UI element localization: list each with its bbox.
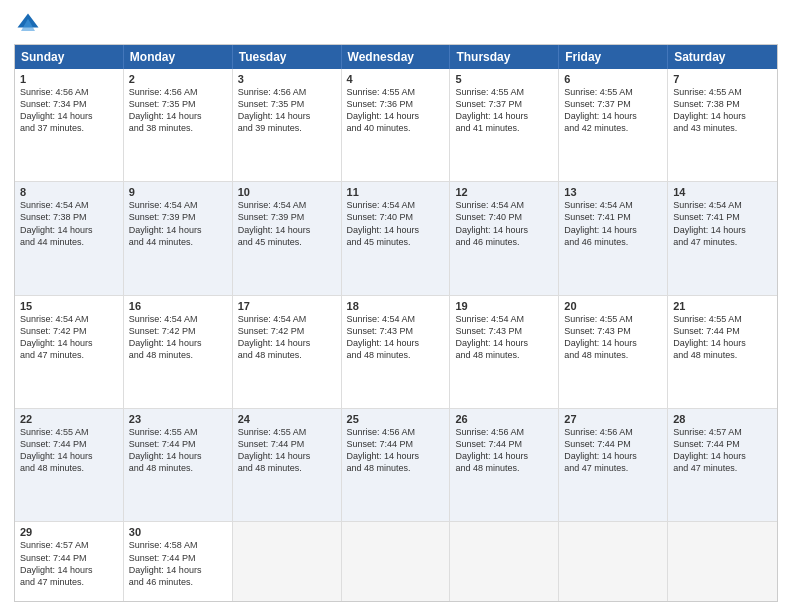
day-number: 19 (455, 300, 553, 312)
cell-info: Sunrise: 4:54 AMSunset: 7:42 PMDaylight:… (129, 313, 227, 362)
calendar-cell-1-5: 13Sunrise: 4:54 AMSunset: 7:41 PMDayligh… (559, 182, 668, 294)
day-number: 21 (673, 300, 772, 312)
cell-info: Sunrise: 4:55 AMSunset: 7:37 PMDaylight:… (564, 86, 662, 135)
calendar-cell-0-2: 3Sunrise: 4:56 AMSunset: 7:35 PMDaylight… (233, 69, 342, 181)
calendar-row-2: 15Sunrise: 4:54 AMSunset: 7:42 PMDayligh… (15, 296, 777, 409)
calendar-cell-0-4: 5Sunrise: 4:55 AMSunset: 7:37 PMDaylight… (450, 69, 559, 181)
calendar-cell-1-3: 11Sunrise: 4:54 AMSunset: 7:40 PMDayligh… (342, 182, 451, 294)
day-number: 23 (129, 413, 227, 425)
day-number: 20 (564, 300, 662, 312)
calendar-cell-3-5: 27Sunrise: 4:56 AMSunset: 7:44 PMDayligh… (559, 409, 668, 521)
day-number: 10 (238, 186, 336, 198)
calendar-cell-3-1: 23Sunrise: 4:55 AMSunset: 7:44 PMDayligh… (124, 409, 233, 521)
cell-info: Sunrise: 4:58 AMSunset: 7:44 PMDaylight:… (129, 539, 227, 588)
day-number: 6 (564, 73, 662, 85)
day-number: 24 (238, 413, 336, 425)
page: SundayMondayTuesdayWednesdayThursdayFrid… (0, 0, 792, 612)
calendar: SundayMondayTuesdayWednesdayThursdayFrid… (14, 44, 778, 602)
calendar-cell-3-6: 28Sunrise: 4:57 AMSunset: 7:44 PMDayligh… (668, 409, 777, 521)
cell-info: Sunrise: 4:54 AMSunset: 7:40 PMDaylight:… (455, 199, 553, 248)
calendar-cell-0-6: 7Sunrise: 4:55 AMSunset: 7:38 PMDaylight… (668, 69, 777, 181)
cell-info: Sunrise: 4:55 AMSunset: 7:44 PMDaylight:… (238, 426, 336, 475)
day-number: 28 (673, 413, 772, 425)
calendar-cell-3-2: 24Sunrise: 4:55 AMSunset: 7:44 PMDayligh… (233, 409, 342, 521)
cell-info: Sunrise: 4:54 AMSunset: 7:39 PMDaylight:… (238, 199, 336, 248)
day-number: 15 (20, 300, 118, 312)
calendar-cell-1-6: 14Sunrise: 4:54 AMSunset: 7:41 PMDayligh… (668, 182, 777, 294)
day-number: 29 (20, 526, 118, 538)
cell-info: Sunrise: 4:54 AMSunset: 7:42 PMDaylight:… (238, 313, 336, 362)
cell-info: Sunrise: 4:54 AMSunset: 7:42 PMDaylight:… (20, 313, 118, 362)
calendar-row-4: 29Sunrise: 4:57 AMSunset: 7:44 PMDayligh… (15, 522, 777, 601)
cell-info: Sunrise: 4:54 AMSunset: 7:38 PMDaylight:… (20, 199, 118, 248)
cell-info: Sunrise: 4:54 AMSunset: 7:41 PMDaylight:… (564, 199, 662, 248)
cell-info: Sunrise: 4:57 AMSunset: 7:44 PMDaylight:… (20, 539, 118, 588)
header (14, 10, 778, 38)
day-number: 9 (129, 186, 227, 198)
calendar-cell-2-0: 15Sunrise: 4:54 AMSunset: 7:42 PMDayligh… (15, 296, 124, 408)
day-number: 22 (20, 413, 118, 425)
calendar-cell-2-5: 20Sunrise: 4:55 AMSunset: 7:43 PMDayligh… (559, 296, 668, 408)
cell-info: Sunrise: 4:54 AMSunset: 7:41 PMDaylight:… (673, 199, 772, 248)
day-number: 11 (347, 186, 445, 198)
calendar-cell-4-1: 30Sunrise: 4:58 AMSunset: 7:44 PMDayligh… (124, 522, 233, 601)
calendar-cell-4-6 (668, 522, 777, 601)
header-cell-monday: Monday (124, 45, 233, 69)
header-cell-thursday: Thursday (450, 45, 559, 69)
cell-info: Sunrise: 4:54 AMSunset: 7:40 PMDaylight:… (347, 199, 445, 248)
header-cell-sunday: Sunday (15, 45, 124, 69)
cell-info: Sunrise: 4:54 AMSunset: 7:43 PMDaylight:… (455, 313, 553, 362)
day-number: 5 (455, 73, 553, 85)
calendar-cell-2-2: 17Sunrise: 4:54 AMSunset: 7:42 PMDayligh… (233, 296, 342, 408)
calendar-cell-3-3: 25Sunrise: 4:56 AMSunset: 7:44 PMDayligh… (342, 409, 451, 521)
header-cell-tuesday: Tuesday (233, 45, 342, 69)
calendar-cell-0-5: 6Sunrise: 4:55 AMSunset: 7:37 PMDaylight… (559, 69, 668, 181)
calendar-cell-0-3: 4Sunrise: 4:55 AMSunset: 7:36 PMDaylight… (342, 69, 451, 181)
day-number: 14 (673, 186, 772, 198)
day-number: 17 (238, 300, 336, 312)
calendar-cell-1-4: 12Sunrise: 4:54 AMSunset: 7:40 PMDayligh… (450, 182, 559, 294)
calendar-row-0: 1Sunrise: 4:56 AMSunset: 7:34 PMDaylight… (15, 69, 777, 182)
day-number: 1 (20, 73, 118, 85)
cell-info: Sunrise: 4:55 AMSunset: 7:37 PMDaylight:… (455, 86, 553, 135)
calendar-cell-1-1: 9Sunrise: 4:54 AMSunset: 7:39 PMDaylight… (124, 182, 233, 294)
day-number: 3 (238, 73, 336, 85)
cell-info: Sunrise: 4:55 AMSunset: 7:44 PMDaylight:… (129, 426, 227, 475)
calendar-cell-4-4 (450, 522, 559, 601)
calendar-cell-1-2: 10Sunrise: 4:54 AMSunset: 7:39 PMDayligh… (233, 182, 342, 294)
logo (14, 10, 46, 38)
calendar-cell-1-0: 8Sunrise: 4:54 AMSunset: 7:38 PMDaylight… (15, 182, 124, 294)
day-number: 12 (455, 186, 553, 198)
header-cell-wednesday: Wednesday (342, 45, 451, 69)
cell-info: Sunrise: 4:55 AMSunset: 7:44 PMDaylight:… (20, 426, 118, 475)
calendar-cell-4-0: 29Sunrise: 4:57 AMSunset: 7:44 PMDayligh… (15, 522, 124, 601)
cell-info: Sunrise: 4:55 AMSunset: 7:44 PMDaylight:… (673, 313, 772, 362)
cell-info: Sunrise: 4:56 AMSunset: 7:44 PMDaylight:… (564, 426, 662, 475)
day-number: 8 (20, 186, 118, 198)
calendar-cell-2-3: 18Sunrise: 4:54 AMSunset: 7:43 PMDayligh… (342, 296, 451, 408)
day-number: 27 (564, 413, 662, 425)
day-number: 2 (129, 73, 227, 85)
day-number: 18 (347, 300, 445, 312)
calendar-row-1: 8Sunrise: 4:54 AMSunset: 7:38 PMDaylight… (15, 182, 777, 295)
header-cell-saturday: Saturday (668, 45, 777, 69)
calendar-row-3: 22Sunrise: 4:55 AMSunset: 7:44 PMDayligh… (15, 409, 777, 522)
calendar-body: 1Sunrise: 4:56 AMSunset: 7:34 PMDaylight… (15, 69, 777, 601)
day-number: 30 (129, 526, 227, 538)
calendar-cell-4-3 (342, 522, 451, 601)
calendar-cell-3-0: 22Sunrise: 4:55 AMSunset: 7:44 PMDayligh… (15, 409, 124, 521)
cell-info: Sunrise: 4:55 AMSunset: 7:36 PMDaylight:… (347, 86, 445, 135)
cell-info: Sunrise: 4:54 AMSunset: 7:39 PMDaylight:… (129, 199, 227, 248)
calendar-cell-4-5 (559, 522, 668, 601)
calendar-header: SundayMondayTuesdayWednesdayThursdayFrid… (15, 45, 777, 69)
calendar-cell-2-1: 16Sunrise: 4:54 AMSunset: 7:42 PMDayligh… (124, 296, 233, 408)
cell-info: Sunrise: 4:56 AMSunset: 7:34 PMDaylight:… (20, 86, 118, 135)
cell-info: Sunrise: 4:57 AMSunset: 7:44 PMDaylight:… (673, 426, 772, 475)
day-number: 26 (455, 413, 553, 425)
cell-info: Sunrise: 4:55 AMSunset: 7:38 PMDaylight:… (673, 86, 772, 135)
cell-info: Sunrise: 4:54 AMSunset: 7:43 PMDaylight:… (347, 313, 445, 362)
day-number: 13 (564, 186, 662, 198)
calendar-cell-4-2 (233, 522, 342, 601)
day-number: 4 (347, 73, 445, 85)
calendar-cell-0-1: 2Sunrise: 4:56 AMSunset: 7:35 PMDaylight… (124, 69, 233, 181)
